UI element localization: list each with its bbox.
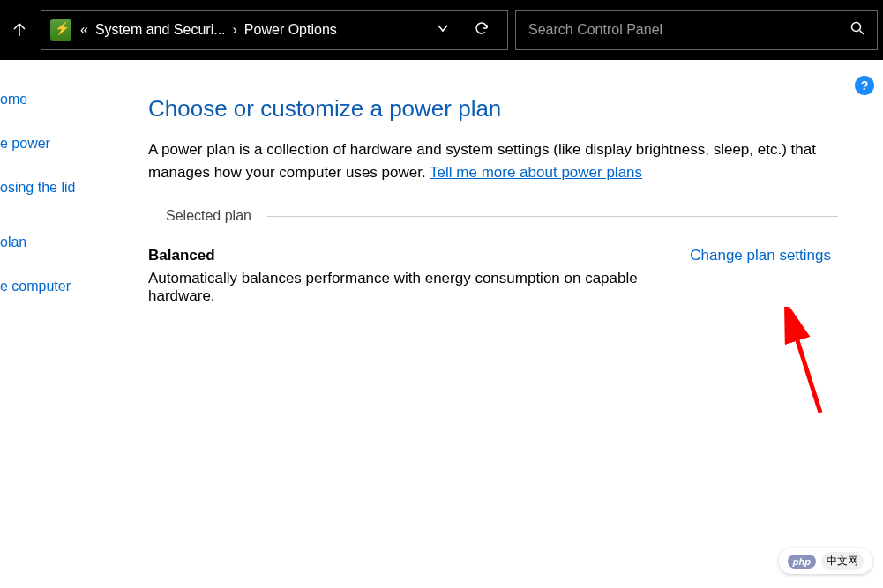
help-button[interactable]: ? bbox=[855, 76, 874, 95]
refresh-button[interactable] bbox=[465, 20, 498, 40]
php-logo-icon: php bbox=[788, 555, 816, 569]
plan-row: Balanced Automatically balances performa… bbox=[148, 247, 838, 305]
search-placeholder: Search Control Panel bbox=[528, 22, 842, 38]
change-plan-settings-link[interactable]: Change plan settings bbox=[690, 247, 831, 264]
power-options-icon bbox=[50, 19, 71, 41]
sidebar-item-plan[interactable]: olan bbox=[0, 227, 123, 257]
up-button[interactable] bbox=[5, 16, 34, 44]
search-icon bbox=[850, 21, 864, 35]
section-header: Selected plan bbox=[166, 208, 838, 224]
page-title: Choose or customize a power plan bbox=[148, 95, 838, 123]
up-arrow-icon bbox=[11, 22, 27, 38]
watermark: php 中文网 bbox=[779, 548, 872, 574]
search-bar[interactable]: Search Control Panel bbox=[515, 10, 878, 50]
main-content: Choose or customize a power plan A power… bbox=[123, 60, 856, 588]
svg-point-0 bbox=[852, 23, 861, 32]
page-description: A power plan is a collection of hardware… bbox=[148, 138, 838, 183]
breadcrumb-item-power[interactable]: Power Options bbox=[244, 22, 337, 38]
sidebar-item-computer[interactable]: e computer bbox=[0, 272, 123, 301]
sidebar-item-home[interactable]: ome bbox=[0, 85, 123, 115]
sidebar-item-closing-lid[interactable]: osing the lid bbox=[0, 173, 123, 203]
plan-description: Automatically balances performance with … bbox=[148, 270, 672, 305]
section-label: Selected plan bbox=[166, 208, 251, 224]
tell-more-link[interactable]: Tell me more about power plans bbox=[430, 164, 642, 181]
address-dropdown-button[interactable] bbox=[430, 22, 456, 38]
chevron-down-icon bbox=[437, 22, 449, 34]
breadcrumb[interactable]: « System and Securi... › Power Options bbox=[80, 22, 421, 38]
sidebar: ome e power osing the lid olan e compute… bbox=[0, 60, 123, 588]
plan-info: Balanced Automatically balances performa… bbox=[148, 247, 672, 305]
plan-name: Balanced bbox=[148, 247, 672, 264]
breadcrumb-separator: › bbox=[233, 22, 237, 38]
title-bar: « System and Securi... › Power Options S… bbox=[0, 0, 883, 60]
breadcrumb-item-system[interactable]: System and Securi... bbox=[95, 22, 226, 38]
search-button[interactable] bbox=[850, 21, 864, 39]
refresh-icon bbox=[474, 20, 490, 36]
address-bar[interactable]: « System and Securi... › Power Options bbox=[41, 10, 508, 50]
section-divider bbox=[267, 216, 838, 217]
watermark-text: 中文网 bbox=[821, 552, 864, 570]
sidebar-item-power[interactable]: e power bbox=[0, 129, 123, 159]
content-area: ? ome e power osing the lid olan e compu… bbox=[0, 60, 883, 588]
breadcrumb-prefix: « bbox=[80, 22, 88, 38]
